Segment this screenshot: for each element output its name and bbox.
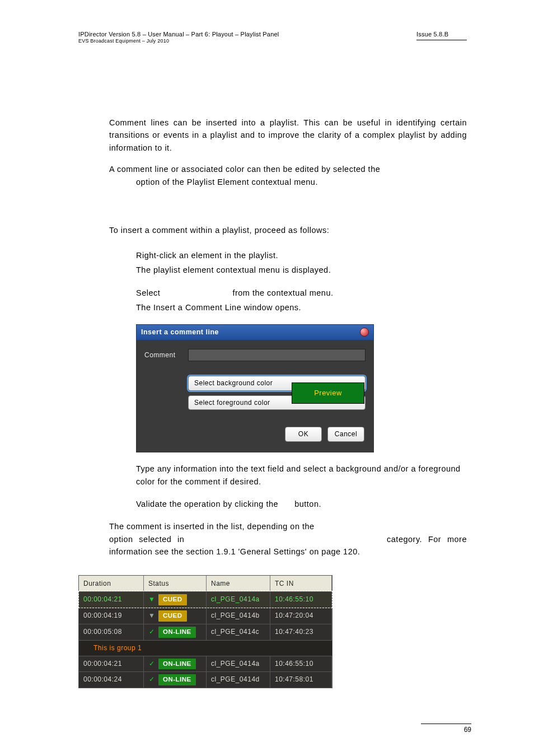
step3: Type any information into the text field… (136, 463, 467, 488)
status-badge: CUED (158, 594, 187, 605)
step2-line2: The Insert a Comment Line window opens. (136, 301, 467, 314)
check-icon: ✓ (148, 627, 155, 637)
after-p1-pre: The comment is inserted in the list, dep… (109, 522, 315, 531)
cell-name: cl_PGE_0414c (207, 624, 270, 640)
cued-icon: ▼ (148, 610, 155, 621)
col-status[interactable]: Status (144, 576, 207, 592)
cell-duration: 00:00:04:21 (79, 656, 144, 672)
step2-pre: Select (136, 288, 160, 297)
cell-name: cl_PGE_0414b (207, 608, 270, 624)
page-footer: 69 (421, 724, 471, 734)
ok-button[interactable]: OK (285, 427, 322, 442)
cell-name: cl_PGE_0414a (207, 656, 270, 672)
status-badge: ON-LINE (158, 627, 196, 638)
cell-duration: 00:00:04:19 (79, 608, 144, 624)
intro-p2a: A comment line or associated color can t… (109, 165, 380, 174)
dialog-title-text: Insert a comment line (141, 327, 219, 338)
status-badge: ON-LINE (158, 659, 196, 670)
page-number: 69 (421, 726, 471, 734)
cell-status: ✓ON-LINE (144, 656, 207, 672)
intro-p2b: option of the Playlist Element contextua… (136, 176, 467, 188)
insert-comment-dialog: Insert a comment line Comment Select bac… (136, 324, 374, 452)
intro-paragraph-2: A comment line or associated color can t… (109, 163, 467, 188)
howto-lead: To insert a comment within a playlist, p… (109, 224, 467, 236)
after-p1-mid: option selected in (109, 535, 184, 544)
cell-tcin: 10:47:58:01 (270, 672, 332, 688)
preview-box: Preview (292, 382, 364, 404)
status-badge: CUED (158, 610, 187, 622)
cell-status: ✓ON-LINE (144, 672, 207, 688)
table-row[interactable]: 00:00:04:19 ▼CUED cl_PGE_0414b 10:47:20:… (79, 608, 332, 624)
status-badge: ON-LINE (158, 674, 196, 685)
group-row[interactable]: This is group 1 (79, 640, 332, 656)
table-row[interactable]: 00:00:04:24 ✓ON-LINE cl_PGE_0414d 10:47:… (79, 671, 332, 688)
comment-input[interactable] (188, 349, 366, 361)
step1-line1: Right-click an element in the playlist. (136, 249, 467, 262)
cell-name: cl_PGE_0414a (207, 592, 270, 608)
page-header: IPDirector Version 5.8 – User Manual – P… (78, 31, 467, 44)
cell-tcin: 10:46:55:10 (270, 656, 332, 672)
footer-rule (421, 724, 471, 724)
check-icon: ✓ (148, 659, 155, 669)
table-row[interactable]: 00:00:04:21 ✓ON-LINE cl_PGE_0414a 10:46:… (79, 656, 332, 672)
cell-tcin: 10:46:55:10 (270, 592, 332, 608)
col-tcin[interactable]: TC IN (270, 576, 332, 592)
table-row[interactable]: 00:00:04:21 ▼CUED cl_PGE_0414a 10:46:55:… (79, 591, 332, 608)
table-header-row: Duration Status Name TC IN (79, 576, 332, 592)
cell-duration: 00:00:04:21 (79, 592, 144, 608)
header-rule (416, 40, 467, 40)
cell-duration: 00:00:04:24 (79, 672, 144, 688)
cell-tcin: 10:47:20:04 (270, 608, 332, 624)
cell-tcin: 10:47:40:23 (270, 624, 332, 640)
header-subtitle: EVS Broadcast Equipment – July 2010 (78, 38, 279, 44)
cell-name: cl_PGE_0414d (207, 672, 270, 688)
header-title: IPDirector Version 5.8 – User Manual – P… (78, 31, 279, 38)
col-duration[interactable]: Duration (79, 576, 144, 592)
step1-line2: The playlist element contextual menu is … (136, 264, 467, 276)
cell-status: ✓ON-LINE (144, 624, 207, 640)
check-icon: ✓ (148, 674, 155, 685)
comment-label: Comment (144, 350, 176, 361)
col-name[interactable]: Name (207, 576, 270, 592)
intro-paragraph-1: Comment lines can be inserted into a pla… (109, 116, 467, 154)
table-row[interactable]: 00:00:05:08 ✓ON-LINE cl_PGE_0414c 10:47:… (79, 624, 332, 640)
dialog-titlebar: Insert a comment line (137, 325, 373, 340)
step4: Validate the operation by clicking the b… (136, 498, 467, 510)
cell-status: ▼CUED (144, 592, 207, 608)
header-issue: Issue 5.8.B (416, 31, 467, 38)
playlist-table: Duration Status Name TC IN 00:00:04:21 ▼… (78, 575, 332, 688)
cued-icon: ▼ (148, 594, 155, 605)
after-paragraph: The comment is inserted in the list, dep… (109, 520, 467, 558)
step4-pre: Validate the operation by clicking the (136, 500, 278, 508)
step4-post: button. (294, 500, 321, 508)
step2-line1: Select from the contextual menu. (136, 287, 467, 299)
close-icon[interactable] (360, 328, 369, 337)
cell-duration: 00:00:05:08 (79, 624, 144, 640)
step2-post: from the contextual menu. (232, 288, 333, 297)
cancel-button[interactable]: Cancel (327, 427, 364, 442)
cell-status: ▼CUED (144, 608, 207, 624)
